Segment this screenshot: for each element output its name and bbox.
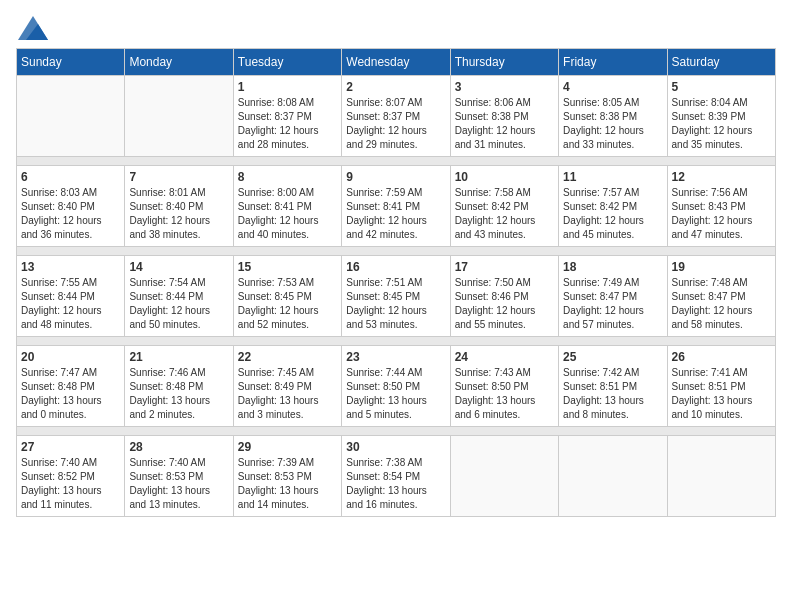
day-info: Sunrise: 8:00 AMSunset: 8:41 PMDaylight:… [238,186,337,242]
day-number: 25 [563,350,662,364]
weekday-header-friday: Friday [559,49,667,76]
calendar-week-1: 1Sunrise: 8:08 AMSunset: 8:37 PMDaylight… [17,76,776,157]
day-number: 27 [21,440,120,454]
calendar-cell-week1-day2 [125,76,233,157]
week-separator-2 [17,247,776,256]
day-number: 23 [346,350,445,364]
day-info: Sunrise: 7:44 AMSunset: 8:50 PMDaylight:… [346,366,445,422]
calendar-cell-week3-day7: 19Sunrise: 7:48 AMSunset: 8:47 PMDayligh… [667,256,775,337]
calendar-cell-week5-day5 [450,436,558,517]
calendar-cell-week2-day3: 8Sunrise: 8:00 AMSunset: 8:41 PMDaylight… [233,166,341,247]
day-info: Sunrise: 7:39 AMSunset: 8:53 PMDaylight:… [238,456,337,512]
calendar-week-2: 6Sunrise: 8:03 AMSunset: 8:40 PMDaylight… [17,166,776,247]
day-number: 14 [129,260,228,274]
calendar-week-4: 20Sunrise: 7:47 AMSunset: 8:48 PMDayligh… [17,346,776,427]
day-info: Sunrise: 7:41 AMSunset: 8:51 PMDaylight:… [672,366,771,422]
day-info: Sunrise: 7:53 AMSunset: 8:45 PMDaylight:… [238,276,337,332]
day-info: Sunrise: 7:43 AMSunset: 8:50 PMDaylight:… [455,366,554,422]
calendar-cell-week4-day4: 23Sunrise: 7:44 AMSunset: 8:50 PMDayligh… [342,346,450,427]
day-number: 24 [455,350,554,364]
calendar-cell-week1-day7: 5Sunrise: 8:04 AMSunset: 8:39 PMDaylight… [667,76,775,157]
calendar-cell-week4-day6: 25Sunrise: 7:42 AMSunset: 8:51 PMDayligh… [559,346,667,427]
calendar-cell-week4-day2: 21Sunrise: 7:46 AMSunset: 8:48 PMDayligh… [125,346,233,427]
day-info: Sunrise: 7:38 AMSunset: 8:54 PMDaylight:… [346,456,445,512]
calendar-cell-week5-day3: 29Sunrise: 7:39 AMSunset: 8:53 PMDayligh… [233,436,341,517]
day-number: 7 [129,170,228,184]
calendar-cell-week2-day2: 7Sunrise: 8:01 AMSunset: 8:40 PMDaylight… [125,166,233,247]
day-info: Sunrise: 7:49 AMSunset: 8:47 PMDaylight:… [563,276,662,332]
day-number: 10 [455,170,554,184]
calendar-cell-week4-day1: 20Sunrise: 7:47 AMSunset: 8:48 PMDayligh… [17,346,125,427]
calendar-week-3: 13Sunrise: 7:55 AMSunset: 8:44 PMDayligh… [17,256,776,337]
day-info: Sunrise: 8:08 AMSunset: 8:37 PMDaylight:… [238,96,337,152]
weekday-header-thursday: Thursday [450,49,558,76]
weekday-header-saturday: Saturday [667,49,775,76]
calendar-table: SundayMondayTuesdayWednesdayThursdayFrid… [16,48,776,517]
calendar-cell-week3-day2: 14Sunrise: 7:54 AMSunset: 8:44 PMDayligh… [125,256,233,337]
day-number: 4 [563,80,662,94]
calendar-cell-week3-day1: 13Sunrise: 7:55 AMSunset: 8:44 PMDayligh… [17,256,125,337]
day-number: 29 [238,440,337,454]
day-info: Sunrise: 7:57 AMSunset: 8:42 PMDaylight:… [563,186,662,242]
calendar-cell-week4-day5: 24Sunrise: 7:43 AMSunset: 8:50 PMDayligh… [450,346,558,427]
calendar-cell-week5-day7 [667,436,775,517]
calendar-cell-week2-day6: 11Sunrise: 7:57 AMSunset: 8:42 PMDayligh… [559,166,667,247]
calendar-cell-week4-day3: 22Sunrise: 7:45 AMSunset: 8:49 PMDayligh… [233,346,341,427]
day-info: Sunrise: 8:06 AMSunset: 8:38 PMDaylight:… [455,96,554,152]
day-info: Sunrise: 7:40 AMSunset: 8:52 PMDaylight:… [21,456,120,512]
day-info: Sunrise: 7:54 AMSunset: 8:44 PMDaylight:… [129,276,228,332]
day-number: 12 [672,170,771,184]
day-number: 18 [563,260,662,274]
logo [16,16,48,36]
day-info: Sunrise: 8:03 AMSunset: 8:40 PMDaylight:… [21,186,120,242]
calendar-cell-week5-day4: 30Sunrise: 7:38 AMSunset: 8:54 PMDayligh… [342,436,450,517]
day-number: 30 [346,440,445,454]
day-info: Sunrise: 8:04 AMSunset: 8:39 PMDaylight:… [672,96,771,152]
weekday-header-row: SundayMondayTuesdayWednesdayThursdayFrid… [17,49,776,76]
day-info: Sunrise: 7:47 AMSunset: 8:48 PMDaylight:… [21,366,120,422]
calendar-cell-week2-day7: 12Sunrise: 7:56 AMSunset: 8:43 PMDayligh… [667,166,775,247]
calendar-cell-week4-day7: 26Sunrise: 7:41 AMSunset: 8:51 PMDayligh… [667,346,775,427]
day-info: Sunrise: 7:45 AMSunset: 8:49 PMDaylight:… [238,366,337,422]
day-number: 1 [238,80,337,94]
calendar-cell-week3-day5: 17Sunrise: 7:50 AMSunset: 8:46 PMDayligh… [450,256,558,337]
calendar-cell-week1-day6: 4Sunrise: 8:05 AMSunset: 8:38 PMDaylight… [559,76,667,157]
calendar-cell-week3-day3: 15Sunrise: 7:53 AMSunset: 8:45 PMDayligh… [233,256,341,337]
calendar-cell-week3-day6: 18Sunrise: 7:49 AMSunset: 8:47 PMDayligh… [559,256,667,337]
day-info: Sunrise: 7:51 AMSunset: 8:45 PMDaylight:… [346,276,445,332]
page-header [16,16,776,36]
weekday-header-wednesday: Wednesday [342,49,450,76]
day-info: Sunrise: 7:40 AMSunset: 8:53 PMDaylight:… [129,456,228,512]
day-info: Sunrise: 7:42 AMSunset: 8:51 PMDaylight:… [563,366,662,422]
calendar-cell-week5-day6 [559,436,667,517]
logo-icon [18,16,48,40]
day-number: 6 [21,170,120,184]
day-number: 3 [455,80,554,94]
calendar-cell-week5-day1: 27Sunrise: 7:40 AMSunset: 8:52 PMDayligh… [17,436,125,517]
calendar-cell-week1-day5: 3Sunrise: 8:06 AMSunset: 8:38 PMDaylight… [450,76,558,157]
day-info: Sunrise: 7:50 AMSunset: 8:46 PMDaylight:… [455,276,554,332]
calendar-cell-week5-day2: 28Sunrise: 7:40 AMSunset: 8:53 PMDayligh… [125,436,233,517]
calendar-week-5: 27Sunrise: 7:40 AMSunset: 8:52 PMDayligh… [17,436,776,517]
day-number: 9 [346,170,445,184]
calendar-cell-week3-day4: 16Sunrise: 7:51 AMSunset: 8:45 PMDayligh… [342,256,450,337]
day-number: 20 [21,350,120,364]
calendar-cell-week2-day5: 10Sunrise: 7:58 AMSunset: 8:42 PMDayligh… [450,166,558,247]
day-info: Sunrise: 7:46 AMSunset: 8:48 PMDaylight:… [129,366,228,422]
day-number: 2 [346,80,445,94]
week-separator-4 [17,427,776,436]
weekday-header-tuesday: Tuesday [233,49,341,76]
calendar-cell-week1-day1 [17,76,125,157]
weekday-header-monday: Monday [125,49,233,76]
calendar-cell-week1-day3: 1Sunrise: 8:08 AMSunset: 8:37 PMDaylight… [233,76,341,157]
calendar-cell-week1-day4: 2Sunrise: 8:07 AMSunset: 8:37 PMDaylight… [342,76,450,157]
day-info: Sunrise: 8:07 AMSunset: 8:37 PMDaylight:… [346,96,445,152]
day-number: 15 [238,260,337,274]
weekday-header-sunday: Sunday [17,49,125,76]
day-number: 8 [238,170,337,184]
day-info: Sunrise: 7:48 AMSunset: 8:47 PMDaylight:… [672,276,771,332]
day-number: 13 [21,260,120,274]
day-number: 21 [129,350,228,364]
day-info: Sunrise: 7:56 AMSunset: 8:43 PMDaylight:… [672,186,771,242]
week-separator-3 [17,337,776,346]
